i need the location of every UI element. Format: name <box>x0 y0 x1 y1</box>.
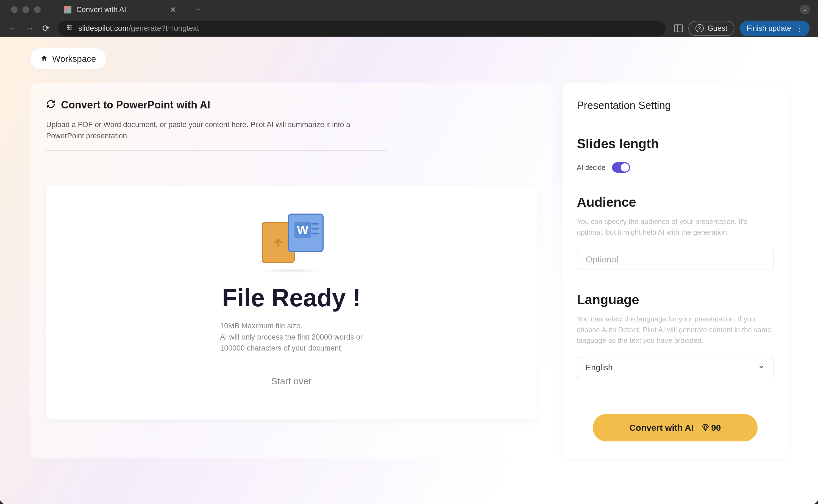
panel-icon[interactable] <box>674 24 683 32</box>
ai-decide-toggle[interactable] <box>612 162 630 173</box>
icon-shadow <box>258 268 324 273</box>
panel-header: Convert to PowerPoint with AI <box>46 99 537 111</box>
browser-toolbar: ← → ⟳ slidespilot.com/generate?t=longtex… <box>0 19 818 37</box>
url-text: slidespilot.com/generate?t=longtext <box>78 24 199 33</box>
file-note-2: AI will only process the first 20000 wor… <box>220 332 368 354</box>
settings-title: Presentation Setting <box>577 100 774 111</box>
forward-icon[interactable]: → <box>25 23 34 33</box>
convert-button[interactable]: Convert with AI 90 <box>593 414 758 441</box>
language-description: You can select the language for your pre… <box>577 314 774 346</box>
svg-point-3 <box>68 25 69 26</box>
window-controls[interactable] <box>5 6 41 13</box>
browser-tab-bar: Convert with AI ✕ ＋ ⌄ <box>0 0 818 19</box>
profile-button[interactable]: Guest <box>688 21 735 36</box>
page-content: Workspace Convert to PowerPoint with AI … <box>0 37 818 504</box>
svg-point-5 <box>68 29 69 30</box>
tabs-dropdown-icon[interactable]: ⌄ <box>800 5 810 15</box>
back-icon[interactable]: ← <box>8 23 17 33</box>
convert-panel: Convert to PowerPoint with AI Upload a P… <box>30 83 553 458</box>
close-icon[interactable]: ✕ <box>170 5 176 14</box>
profile-label: Guest <box>708 24 727 33</box>
upload-card: W File Ready ! 10MB Maximum file size. A… <box>46 186 537 419</box>
menu-icon[interactable]: ⋮ <box>795 24 803 33</box>
reload-icon[interactable]: ⟳ <box>42 23 50 33</box>
language-selected: English <box>586 363 613 372</box>
start-over-button[interactable]: Start over <box>65 376 518 387</box>
panel-description: Upload a PDF or Word document, or paste … <box>46 119 387 150</box>
home-icon <box>41 54 48 64</box>
audience-input[interactable] <box>577 249 774 270</box>
convert-icon <box>46 99 55 111</box>
word-file-icon: W <box>288 214 323 252</box>
language-heading: Language <box>577 292 774 307</box>
svg-point-4 <box>70 27 71 28</box>
slides-length-heading: Slides length <box>577 136 774 151</box>
browser-tab[interactable]: Convert with AI ✕ <box>57 2 183 18</box>
file-icons: W <box>65 211 518 266</box>
site-settings-icon[interactable] <box>66 24 73 33</box>
panel-title: Convert to PowerPoint with AI <box>61 99 210 111</box>
tab-title: Convert with AI <box>76 5 126 14</box>
file-ready-heading: File Ready ! <box>65 284 518 312</box>
update-label: Finish update <box>747 24 791 33</box>
new-tab-button[interactable]: ＋ <box>194 4 202 16</box>
credits-value: 90 <box>711 423 721 433</box>
credits-badge: 90 <box>702 423 721 433</box>
file-notes: 10MB Maximum file size. AI will only pro… <box>214 320 368 354</box>
url-bar[interactable]: slidespilot.com/generate?t=longtext <box>58 21 666 36</box>
workspace-label: Workspace <box>52 54 96 64</box>
file-note-1: 10MB Maximum file size. <box>220 320 368 332</box>
workspace-button[interactable]: Workspace <box>30 48 106 69</box>
convert-label: Convert with AI <box>629 423 693 433</box>
ai-decide-row: AI decide <box>577 162 774 173</box>
language-select[interactable]: English <box>577 357 774 378</box>
tab-favicon <box>64 6 71 13</box>
svg-point-6 <box>699 27 700 28</box>
settings-panel: Presentation Setting Slides length AI de… <box>563 83 788 458</box>
finish-update-button[interactable]: Finish update ⋮ <box>740 21 810 36</box>
ai-decide-label: AI decide <box>577 164 605 172</box>
chevron-down-icon <box>758 363 765 372</box>
user-icon <box>696 24 704 32</box>
audience-heading: Audience <box>577 195 774 210</box>
audience-description: You can specify the audience of your pre… <box>577 216 774 238</box>
